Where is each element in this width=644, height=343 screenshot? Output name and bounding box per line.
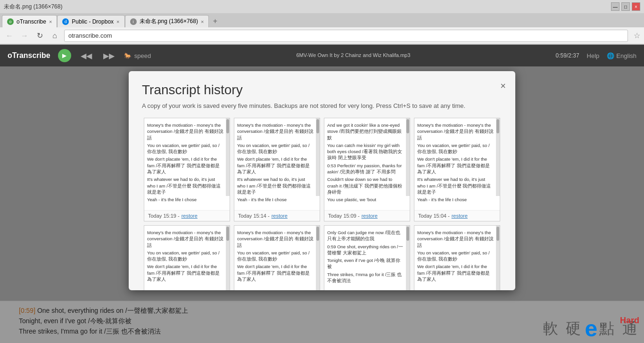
address-bar-row: ← → ↻ ⌂ otranscribe.com ☆ (0, 27, 644, 44)
transcript-card-4: Money's the motivation - money's the con… (144, 225, 230, 290)
card-content-4: Money's the motivation - money's the con… (144, 226, 230, 290)
card-wrapper-1: Money's the motivation - money's the con… (232, 116, 322, 223)
modal-header: Transcript history × (129, 71, 515, 102)
watermark-left: 軟 硬 (543, 318, 583, 339)
card-time-0: Today 15:19 - (148, 213, 180, 219)
address-text: otranscribe.com (68, 32, 112, 39)
transcript-card-2: And we got it cookin' like a one-eyed st… (324, 118, 410, 221)
title-bar-text: 未命名.png (1366×768) (4, 3, 62, 11)
tab-label-image: 未命名.png (1366×768) (140, 17, 198, 25)
restore-link-0[interactable]: restore (182, 213, 198, 219)
watermark: 軟 硬 e 點 通 Hard (538, 314, 644, 343)
card-wrapper-4: Money's the motivation - money's the con… (142, 223, 232, 290)
bookmark-star[interactable]: ☆ (634, 31, 640, 40)
card-footer-2: Today 15:09 - restore (324, 210, 410, 221)
card-scrollbar-5[interactable] (316, 226, 320, 290)
progress-wrapper: 6MV-We Own It by 2 Chainz and Wiz Khalif… (158, 52, 548, 59)
back-button[interactable]: ← (4, 30, 15, 41)
tabs-bar: o oTranscribe × d Public - Dropbox × i 未… (0, 13, 644, 27)
card-wrapper-0: Money's the motivation - money's the con… (142, 116, 232, 223)
card-scrollbar-1[interactable] (316, 118, 320, 196)
card-content-0: Money's the motivation - money's the con… (144, 118, 230, 210)
modal-close-button[interactable]: × (500, 81, 506, 91)
card-scrollbar-4[interactable] (226, 226, 230, 290)
forward-button-ot[interactable]: ▶▶ (101, 49, 116, 62)
minimize-button[interactable]: — (611, 2, 619, 11)
tab-close-dropbox[interactable]: × (116, 19, 119, 24)
home-button[interactable]: ⌂ (49, 30, 60, 41)
transcript-card-1: Money's the motivation - money's the con… (234, 118, 320, 221)
window-controls: — □ × (611, 2, 640, 11)
speed-icon: 🐎 (124, 52, 132, 59)
modal-subtitle: A copy of your work is saved every five … (129, 102, 515, 116)
transcript-card-0: Money's the motivation - money's the con… (144, 118, 230, 221)
transcript-card-3: Money's the motivation - money's the con… (414, 118, 500, 221)
tab-favicon-otranscribe: o (7, 18, 14, 25)
maximize-button[interactable]: □ (621, 2, 630, 11)
card-scrollbar-2[interactable] (406, 118, 410, 196)
card-content-7: Money's the motivation - money's the con… (414, 226, 500, 290)
tab-favicon-dropbox: d (62, 18, 69, 25)
card-wrapper-3: Money's the motivation - money's the con… (412, 116, 502, 223)
close-button[interactable]: × (632, 2, 640, 11)
card-time-2: Today 15:09 - (328, 213, 360, 219)
tab-close-image[interactable]: × (201, 19, 204, 24)
card-scrollbar-6[interactable] (406, 226, 410, 290)
card-content-2: And we got it cookin' like a one-eyed st… (324, 118, 410, 210)
transcript-card-6: Only God can judge me now /現在也只有上帝才能關的住我… (324, 225, 410, 290)
language-selector[interactable]: 🌐 English (607, 52, 636, 59)
play-button[interactable]: ▶ (58, 49, 71, 62)
track-name: 6MV-We Own It by 2 Chainz and Wiz Khalif… (296, 52, 410, 58)
card-scrollbar-0[interactable] (226, 118, 230, 196)
tab-close-otranscribe[interactable]: × (49, 19, 52, 24)
reload-button[interactable]: ↻ (34, 30, 45, 41)
help-link[interactable]: Help (587, 52, 600, 59)
otranscribe-toolbar: oTranscribe ▶ ◀◀ ▶▶ 🐎 speed 6MV-We Own I… (0, 45, 644, 66)
card-scrollbar-7[interactable] (496, 226, 500, 290)
restore-link-2[interactable]: restore (362, 213, 378, 219)
restore-link-1[interactable]: restore (272, 213, 288, 219)
card-wrapper-5: Money's the motivation - money's the con… (232, 223, 322, 290)
lang-label: English (616, 52, 636, 59)
card-content-6: Only God can judge me now /現在也只有上帝才能關的住我… (324, 226, 410, 290)
address-input[interactable]: otranscribe.com (64, 30, 628, 42)
browser-chrome: 未命名.png (1366×768) — □ × o oTranscribe ×… (0, 0, 644, 45)
card-time-1: Today 15:14 - (238, 213, 270, 219)
watermark-label: Hard (620, 316, 639, 326)
card-time-3: Today 15:04 - (418, 213, 450, 219)
time-display: 0:59/2:37 (556, 52, 579, 59)
card-footer-0: Today 15:19 - restore (144, 210, 230, 221)
speed-label: speed (134, 52, 151, 59)
globe-icon: 🌐 (607, 52, 614, 59)
transcript-card-7: Money's the motivation - money's the con… (414, 225, 500, 290)
cards-grid: Money's the motivation - money's the con… (129, 116, 515, 290)
transcript-history-modal: Transcript history × A copy of your work… (129, 71, 515, 290)
watermark-logo: e (585, 316, 597, 342)
new-tab-button[interactable]: + (209, 15, 221, 27)
title-bar: 未命名.png (1366×768) — □ × (0, 0, 644, 13)
tab-favicon-image: i (130, 18, 137, 25)
tab-image[interactable]: i 未命名.png (1366×768) × (125, 15, 209, 27)
card-content-1: Money's the motivation - money's the con… (234, 118, 320, 210)
card-content-3: Money's the motivation - money's the con… (414, 118, 500, 210)
card-scrollbar-3[interactable] (496, 118, 500, 196)
modal-overlay[interactable]: Transcript history × A copy of your work… (0, 66, 644, 343)
card-footer-3: Today 15:04 - restore (414, 210, 500, 221)
card-footer-1: Today 15:14 - restore (234, 210, 320, 221)
otranscribe-logo: oTranscribe (8, 51, 50, 60)
tab-label-otranscribe: oTranscribe (17, 18, 46, 25)
speed-control[interactable]: 🐎 speed (124, 52, 151, 59)
rewind-button[interactable]: ◀◀ (79, 49, 94, 62)
modal-title: Transcript history (142, 82, 502, 98)
card-wrapper-6: Only God can judge me now /現在也只有上帝才能關的住我… (322, 223, 412, 290)
card-content-5: Money's the motivation - money's the con… (234, 226, 320, 290)
card-wrapper-2: And we got it cookin' like a one-eyed st… (322, 116, 412, 223)
tab-dropbox[interactable]: d Public - Dropbox × (57, 15, 124, 27)
card-wrapper-7: Money's the motivation - money's the con… (412, 223, 502, 290)
content-area: [0:59] One shot, everything rides on /一聲… (0, 66, 644, 343)
tab-label-dropbox: Public - Dropbox (72, 18, 114, 25)
transcript-card-5: Money's the motivation - money's the con… (234, 225, 320, 290)
restore-link-3[interactable]: restore (452, 213, 468, 219)
forward-button[interactable]: → (19, 30, 30, 41)
tab-otranscribe[interactable]: o oTranscribe × (2, 15, 57, 27)
